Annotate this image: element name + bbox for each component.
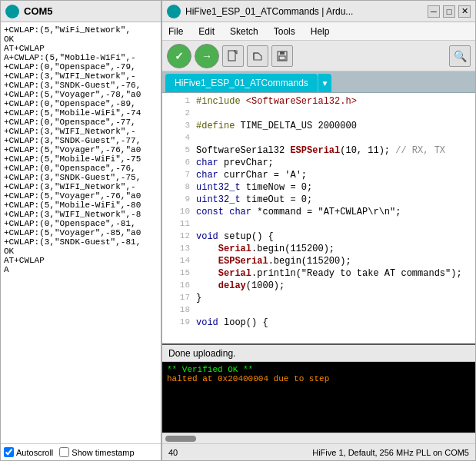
com5-window: COM5 +CWLAP:(5,"WiFi_Network",OKAT+CWLAP… bbox=[0, 0, 161, 461]
menu-item-help[interactable]: Help bbox=[308, 25, 333, 38]
svg-rect-5 bbox=[279, 56, 285, 60]
code-line: 3#define TIME_DELTA_US 2000000 bbox=[168, 121, 469, 133]
open-button[interactable] bbox=[247, 45, 268, 67]
code-content bbox=[196, 219, 201, 231]
com5-line: +CWLAP:(5,"Mobile-WiFi",-74 bbox=[4, 108, 158, 118]
code-line: 12void setup() { bbox=[168, 231, 469, 244]
show-timestamp-checkbox[interactable] bbox=[59, 447, 69, 457]
code-line: 6char prevChar; bbox=[168, 158, 469, 170]
arduino-menubar: FileEditSketchToolsHelp bbox=[162, 22, 475, 41]
code-line: 14 ESPSerial.begin(115200); bbox=[168, 256, 469, 268]
menu-item-edit[interactable]: Edit bbox=[195, 25, 218, 38]
com5-line: OK bbox=[4, 35, 158, 44]
com5-line: +CWLAP:(3,"SNDK-Guest",-76, bbox=[4, 81, 158, 90]
status-line: 40 bbox=[168, 448, 178, 457]
check-button[interactable]: ✓ bbox=[167, 44, 191, 68]
autoscroll-checkbox[interactable] bbox=[4, 447, 14, 457]
code-content: SoftwareSerial32 ESPSerial(10, 11); // R… bbox=[196, 145, 445, 158]
code-line: 15 Serial.println("Ready to take AT comm… bbox=[168, 268, 469, 280]
code-content: #include <SoftwareSerial32.h> bbox=[196, 96, 357, 108]
code-content: const char *command = "AT+CWLAP\r\n"; bbox=[196, 207, 401, 219]
com5-line: +CWLAP:(5,"Voyager",-76,"a0 bbox=[4, 191, 158, 201]
com5-line: +CWLAP:(3,"WIFI_Network",- bbox=[4, 71, 158, 81]
minimize-button[interactable]: ─ bbox=[428, 5, 440, 18]
upload-button[interactable]: → bbox=[195, 44, 219, 68]
code-line: 13 Serial.begin(115200); bbox=[168, 244, 469, 256]
com5-line: +CWLAP:(5,"Mobile-WiFi",-75 bbox=[4, 154, 158, 164]
arduino-title: HiFive1_ESP_01_ATCommands | Ardu... bbox=[185, 6, 428, 17]
code-content: void loop() { bbox=[196, 317, 268, 330]
com5-line: +CWLAP:(5,"Mobile-WiFi",-80 bbox=[4, 201, 158, 210]
com5-line: +CWLAP:(5,"WiFi_Network", bbox=[4, 25, 158, 35]
menu-item-tools[interactable]: Tools bbox=[271, 25, 298, 38]
code-content bbox=[196, 108, 201, 121]
console-line: ** Verified OK ** bbox=[167, 365, 471, 374]
menu-item-file[interactable]: File bbox=[165, 25, 186, 38]
code-content: ESPSerial.begin(115200); bbox=[196, 256, 351, 268]
window-buttons: ─ □ ✕ bbox=[428, 5, 471, 18]
com5-line: AT+CWLAP bbox=[4, 44, 158, 53]
arduino-editor[interactable]: 1#include <SoftwareSerial32.h>2 3#define… bbox=[162, 93, 475, 343]
status-board: HiFive 1, Default, 256 MHz PLL on COM5 bbox=[312, 448, 469, 457]
com5-line: +CWLAP:(0,"Openspace",-76, bbox=[4, 164, 158, 173]
com5-line: +CWLAP:(5,"Voyager",-78,"a0 bbox=[4, 90, 158, 99]
code-line: 7char currChar = 'A'; bbox=[168, 170, 469, 182]
code-line: 9uint32_t timeOut = 0; bbox=[168, 194, 469, 207]
arduino-titlebar: HiFive1_ESP_01_ATCommands | Ardu... ─ □ … bbox=[162, 1, 475, 22]
com5-line: +CWLAP:(5,"Voyager",-85,"a0 bbox=[4, 228, 158, 237]
com5-line: OK bbox=[4, 247, 158, 256]
maximize-button[interactable]: □ bbox=[443, 5, 455, 18]
com5-icon bbox=[5, 5, 19, 18]
com5-line: +CWLAP:(3,"SNDK-Guest",-75, bbox=[4, 173, 158, 182]
com5-line: +CWLAP:(5,"Voyager",-76,"a0 bbox=[4, 145, 158, 154]
arduino-toolbar: ✓ → 🔍 bbox=[162, 41, 475, 71]
svg-marker-2 bbox=[254, 53, 261, 60]
code-line: 1#include <SoftwareSerial32.h> bbox=[168, 96, 469, 108]
arduino-console: Done uploading. ** Verified OK **halted … bbox=[162, 343, 475, 443]
code-content: uint32_t timeNow = 0; bbox=[196, 182, 312, 194]
search-button[interactable]: 🔍 bbox=[449, 45, 471, 67]
new-button[interactable] bbox=[222, 45, 244, 67]
code-content: char prevChar; bbox=[196, 158, 274, 170]
code-content: delay(1000); bbox=[196, 280, 285, 293]
com5-line: +CWLAP:(3,"WIFI_Network",- bbox=[4, 127, 158, 136]
save-button[interactable] bbox=[271, 45, 293, 67]
code-content bbox=[196, 305, 201, 317]
arduino-tab[interactable]: HiFive1_ESP_01_ATCommands bbox=[165, 74, 318, 92]
svg-rect-0 bbox=[228, 51, 235, 61]
svg-rect-4 bbox=[280, 51, 285, 55]
code-content: } bbox=[196, 293, 201, 305]
com5-line: A+CWLAP:(5,"Mobile-WiFi",- bbox=[4, 53, 158, 62]
code-content: #define TIME_DELTA_US 2000000 bbox=[196, 121, 357, 133]
show-timestamp-text: Show timestamp bbox=[72, 448, 134, 457]
code-line: 5SoftwareSerial32 ESPSerial(10, 11); // … bbox=[168, 145, 469, 158]
menu-item-sketch[interactable]: Sketch bbox=[227, 25, 261, 38]
code-line: 11 bbox=[168, 219, 469, 231]
code-line: 19void loop() { bbox=[168, 317, 469, 330]
autoscroll-label[interactable]: Autoscroll bbox=[4, 447, 53, 457]
com5-line: +CWLAP:(0,"Openspace",-77, bbox=[4, 118, 158, 127]
com5-line: +CWLAP:(0,"Openspace",-89, bbox=[4, 99, 158, 108]
close-button[interactable]: ✕ bbox=[458, 5, 471, 18]
code-line: 16 delay(1000); bbox=[168, 280, 469, 293]
tab-label: HiFive1_ESP_01_ATCommands bbox=[175, 78, 308, 88]
autoscroll-text: Autoscroll bbox=[16, 448, 53, 457]
code-line: 17} bbox=[168, 293, 469, 305]
com5-content[interactable]: +CWLAP:(5,"WiFi_Network",OKAT+CWLAPA+CWL… bbox=[1, 22, 161, 443]
com5-titlebar: COM5 bbox=[1, 1, 161, 22]
arduino-tab-bar: HiFive1_ESP_01_ATCommands ▼ bbox=[162, 71, 475, 93]
code-content: Serial.begin(115200); bbox=[196, 244, 335, 256]
code-content: void setup() { bbox=[196, 231, 274, 244]
show-timestamp-label[interactable]: Show timestamp bbox=[59, 447, 134, 457]
code-content: Serial.println("Ready to take AT command… bbox=[196, 268, 462, 280]
code-line: 8uint32_t timeNow = 0; bbox=[168, 182, 469, 194]
console-hscroll[interactable] bbox=[162, 433, 475, 443]
console-output[interactable]: ** Verified OK **halted at 0x20400004 du… bbox=[162, 362, 475, 433]
tab-dropdown[interactable]: ▼ bbox=[318, 74, 331, 92]
com5-line: +CWLAP:(0,"Openspace",-81, bbox=[4, 219, 158, 228]
code-line: 10const char *command = "AT+CWLAP\r\n"; bbox=[168, 207, 469, 219]
code-content: char currChar = 'A'; bbox=[196, 170, 307, 182]
console-line: halted at 0x20400004 due to step bbox=[167, 374, 471, 383]
com5-line: +CWLAP:(3,"SNDK-Guest",-81, bbox=[4, 237, 158, 247]
com5-bottom: Autoscroll Show timestamp bbox=[1, 443, 161, 460]
